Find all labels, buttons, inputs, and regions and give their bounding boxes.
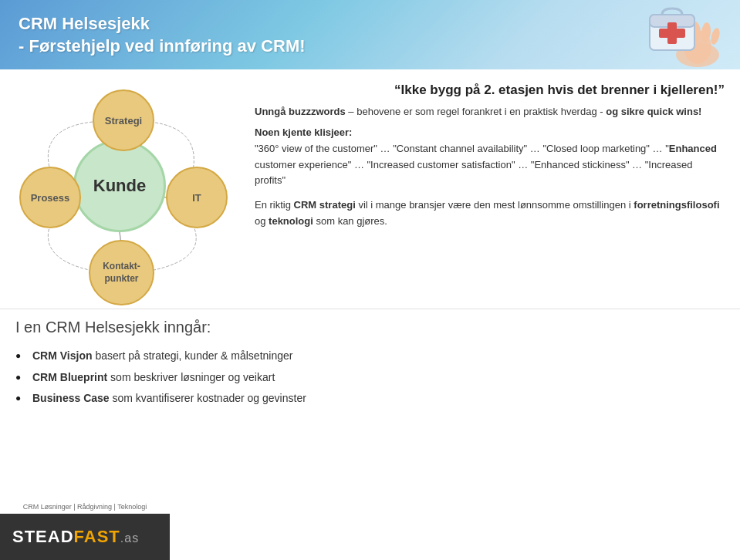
header-title-line2: - Førstehjelp ved innføring av CRM! — [19, 36, 306, 56]
bullet-bold-1: CRM Visjon — [32, 349, 93, 362]
footer: STEADFAST.as — [0, 514, 170, 560]
strategi-paragraph: En riktig CRM strategi vil i mange brans… — [255, 197, 725, 230]
quote-text: “Ikke bygg på 2. etasjen hvis det brenne… — [255, 82, 725, 100]
kjente-section: Noen kjente klisjeer: "360° view of the … — [255, 127, 725, 187]
kjente-body: "360° view of the customer" … "Constant … — [255, 141, 725, 187]
strategi-label: Strategi — [105, 115, 142, 127]
strategi-bold2: forretningsfilosofi — [634, 199, 719, 211]
bullet-rest-1: basert på strategi, kunder & målsetninge… — [95, 349, 292, 362]
header-title: CRM Helsesjekk - Førstehjelp ved innføri… — [19, 13, 306, 57]
kunde-label: Kunde — [93, 176, 146, 196]
top-section: Kunde Strategi Prosess IT Kontakt-punkte… — [0, 69, 740, 305]
kjente-title: Noen kjente klisjeer: — [255, 127, 725, 138]
bullet-item-3: Business Case som kvantifiserer kostnade… — [15, 388, 725, 410]
footer-tagline: CRM Løsninger | Rådgivning | Teknologi — [0, 501, 170, 512]
intro-bold2: og sikre quick wins! — [606, 106, 701, 117]
it-label: IT — [192, 192, 201, 204]
header: CRM Helsesjekk - Førstehjelp ved innføri… — [0, 0, 740, 69]
strategi-bold3: teknologi — [269, 215, 313, 227]
footer-logo: STEADFAST.as — [12, 527, 139, 547]
logo-fast: FAST — [74, 527, 120, 546]
medical-illustration — [636, 1, 721, 69]
bullet-rest-2: som beskriver løsninger og veikart — [110, 371, 275, 383]
right-text-area: “Ikke bygg på 2. etasjen hvis det brenne… — [247, 82, 725, 298]
diagram-area: Kunde Strategi Prosess IT Kontakt-punkte… — [15, 82, 231, 298]
strategi-bold: CRM strategi — [294, 199, 356, 211]
circle-prosess: Prosess — [19, 167, 81, 228]
kontakt-label: Kontakt-punkter — [103, 261, 140, 285]
logo-stead: STEAD — [12, 527, 74, 546]
logo-dot-as: .as — [120, 531, 139, 545]
svg-point-5 — [709, 27, 721, 46]
intro-rest: – behovene er som regel forankret i en p… — [348, 106, 606, 117]
bullet-bold-3: Business Case — [32, 392, 110, 404]
enhanced-text: Enhanced — [669, 143, 717, 154]
svg-rect-9 — [659, 29, 685, 38]
header-title-line1: CRM Helsesjekk — [19, 14, 150, 33]
circle-strategi: Strategi — [93, 89, 154, 151]
bottom-title: I en CRM Helsesjekk inngår: — [15, 319, 725, 336]
bottom-section: I en CRM Helsesjekk inngår: CRM Visjon b… — [0, 309, 740, 417]
bullet-item-2: CRM Blueprint som beskriver løsninger og… — [15, 367, 725, 389]
intro-bold: Unngå buzzzwords — [255, 106, 346, 117]
bullet-item-1: CRM Visjon basert på strategi, kunder & … — [15, 346, 725, 367]
bullet-list: CRM Visjon basert på strategi, kunder & … — [15, 346, 725, 410]
bullet-rest-3: som kvantifiserer kostnader og gevinster — [113, 392, 306, 404]
intro-paragraph: Unngå buzzzwords – behovene er som regel… — [255, 104, 725, 120]
main-content: Kunde Strategi Prosess IT Kontakt-punkte… — [0, 69, 740, 417]
circle-kunde: Kunde — [73, 140, 166, 232]
circle-kontaktpunkter: Kontakt-punkter — [89, 240, 154, 305]
prosess-label: Prosess — [31, 192, 70, 204]
circle-it: IT — [166, 167, 228, 228]
quote-content: “Ikke bygg på 2. etasjen hvis det brenne… — [394, 83, 725, 97]
bullet-bold-2: CRM Blueprint — [32, 371, 107, 383]
header-image — [632, 0, 725, 69]
